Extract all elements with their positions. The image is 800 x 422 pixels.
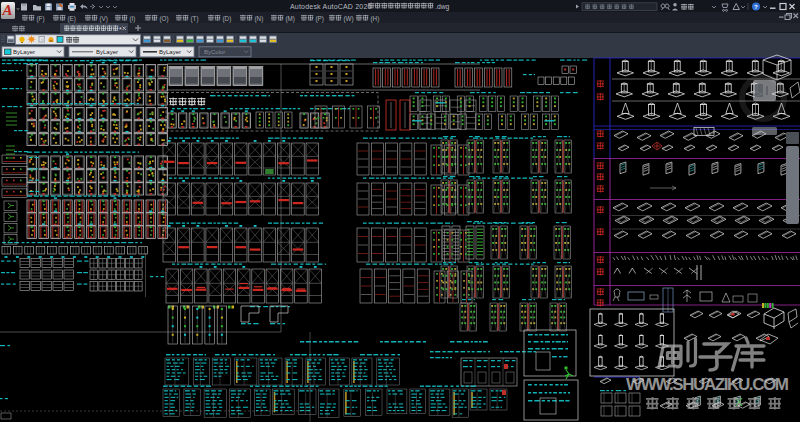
svg-text:.dwg: .dwg [435, 3, 450, 11]
svg-text:(O): (O) [160, 15, 169, 23]
svg-text:ByColor: ByColor [204, 49, 225, 55]
svg-text:(P): (P) [316, 15, 324, 23]
svg-text:WWW.SHUAZIKU.COM: WWW.SHUAZIKU.COM [626, 375, 789, 394]
svg-text:(H): (H) [371, 15, 380, 23]
svg-text:*: * [119, 26, 122, 33]
svg-text:(I): (I) [130, 15, 136, 23]
svg-text:(N): (N) [255, 15, 264, 23]
svg-text:(V): (V) [100, 15, 108, 23]
svg-text:(M): (M) [286, 15, 295, 23]
svg-text:?: ? [754, 4, 758, 10]
svg-text:(W): (W) [344, 15, 354, 23]
svg-text:(T): (T) [191, 15, 199, 23]
svg-text:ByLayer: ByLayer [159, 49, 181, 55]
svg-text:(F): (F) [37, 15, 45, 23]
svg-text:(E): (E) [68, 15, 76, 23]
svg-text:(D): (D) [223, 15, 232, 23]
svg-text:ByLayer: ByLayer [13, 49, 35, 55]
svg-text:Autodesk AutoCAD 2020: Autodesk AutoCAD 2020 [290, 3, 372, 10]
svg-text:ByLayer: ByLayer [96, 49, 118, 55]
